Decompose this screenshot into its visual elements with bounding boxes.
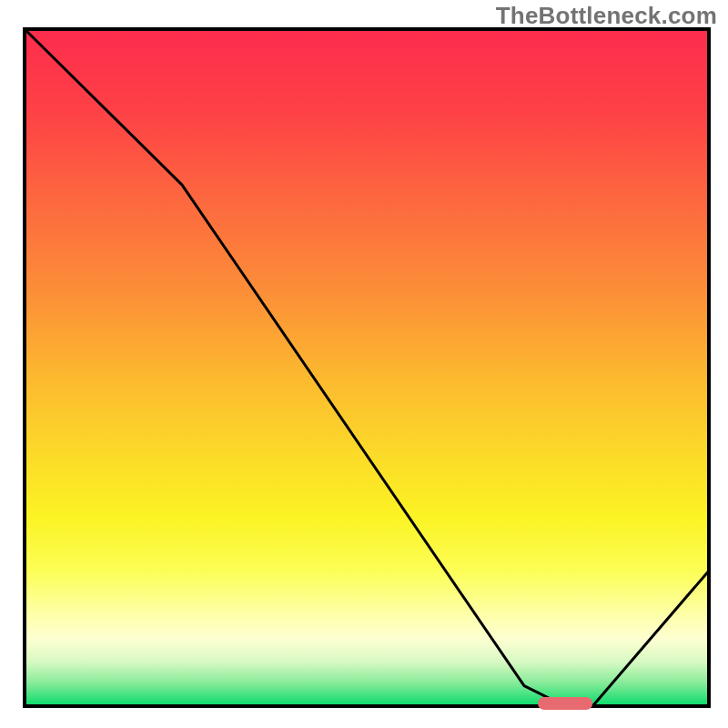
bottleneck-chart — [0, 0, 728, 728]
chart-container: TheBottleneck.com — [0, 0, 728, 728]
optimal-range-marker — [538, 697, 592, 710]
watermark-text: TheBottleneck.com — [496, 2, 717, 30]
